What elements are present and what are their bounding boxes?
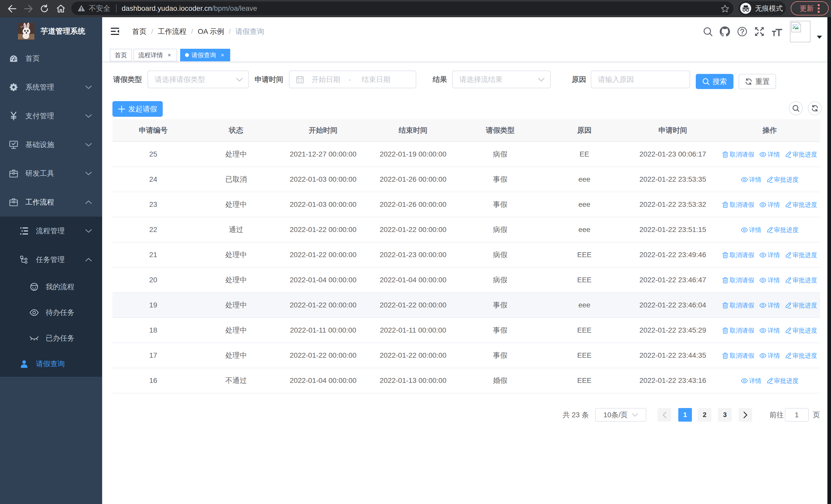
sidebar-item-5[interactable]: 研发工具 bbox=[0, 159, 102, 188]
cell-start: 2022-01-22 00:00:00 bbox=[278, 242, 368, 267]
cell-apply: 2022-01-23 00:06:17 bbox=[627, 142, 719, 167]
window-edge bbox=[827, 17, 831, 504]
progress-link[interactable]: 审批进度 bbox=[785, 251, 817, 259]
detail-link[interactable]: 详情 bbox=[760, 251, 780, 259]
progress-link[interactable]: 审批进度 bbox=[767, 176, 799, 184]
progress-link[interactable]: 审批进度 bbox=[785, 301, 817, 309]
github-icon[interactable] bbox=[719, 17, 730, 46]
sidebar-item-8[interactable]: 任务管理 bbox=[0, 245, 102, 274]
incognito-icon bbox=[740, 3, 751, 14]
logo-row[interactable]: 芋道管理系统 bbox=[0, 17, 102, 46]
cell-actions: 详情审批进度 bbox=[719, 167, 820, 192]
sidebar-item-12[interactable]: 请假查询 bbox=[0, 351, 102, 377]
search-icon[interactable] bbox=[703, 17, 713, 46]
table-row-19: 19处理中2022-01-22 00:00:002022-01-22 00:00… bbox=[112, 293, 820, 318]
prev-page-button[interactable] bbox=[658, 408, 671, 422]
filter-result-select[interactable]: 请选择流结果 bbox=[452, 70, 551, 88]
address-bar[interactable]: 不安全 dashboard.yudao.iocoder.cn/bpm/oa/le… bbox=[71, 2, 734, 15]
detail-link[interactable]: 详情 bbox=[760, 326, 780, 335]
user-menu-caret-icon[interactable] bbox=[816, 35, 822, 40]
progress-link[interactable]: 审批进度 bbox=[785, 326, 817, 335]
cancel-leave-link[interactable]: 取消请假 bbox=[722, 301, 754, 309]
progress-link[interactable]: 审批进度 bbox=[785, 352, 817, 360]
cancel-leave-link[interactable]: 取消请假 bbox=[722, 201, 754, 209]
browser-home-icon[interactable] bbox=[55, 0, 66, 17]
cancel-leave-link[interactable]: 取消请假 bbox=[722, 326, 754, 335]
tab-2[interactable]: 流程详情× bbox=[134, 49, 177, 61]
create-leave-button[interactable]: 发起请假 bbox=[112, 101, 163, 117]
pagination: 共 23 条 10条/页 123 前往 1 页 bbox=[102, 408, 827, 422]
cancel-leave-link[interactable]: 取消请假 bbox=[722, 251, 754, 259]
date-range-separator: - bbox=[348, 76, 351, 84]
progress-link[interactable]: 审批进度 bbox=[767, 226, 799, 234]
sidebar-item-4[interactable]: 基础设施 bbox=[0, 130, 102, 159]
page-size-select[interactable]: 10条/页 bbox=[595, 408, 646, 422]
reset-button[interactable]: 重置 bbox=[739, 74, 776, 89]
detail-link[interactable]: 详情 bbox=[741, 226, 762, 234]
font-size-icon[interactable] bbox=[772, 17, 782, 46]
page-button-1[interactable]: 1 bbox=[678, 408, 692, 422]
tab-close-icon[interactable]: × bbox=[167, 52, 172, 58]
progress-link[interactable]: 审批进度 bbox=[785, 201, 817, 209]
sidebar-item-6[interactable]: 工作流程 bbox=[0, 188, 102, 216]
filter-reason-input[interactable]: 请输入原因 bbox=[591, 70, 690, 88]
detail-link[interactable]: 详情 bbox=[760, 301, 780, 309]
progress-link[interactable]: 审批进度 bbox=[785, 276, 817, 284]
sidebar-item-9[interactable]: 我的流程 bbox=[0, 274, 102, 300]
table-row-25: 25处理中2021-12-27 00:00:002022-01-19 00:00… bbox=[112, 142, 820, 167]
sidebar-item-3[interactable]: 支付管理 bbox=[0, 101, 102, 130]
cell-status: 不通过 bbox=[194, 368, 278, 393]
browser-back-icon[interactable] bbox=[7, 0, 18, 17]
search-button[interactable]: 搜索 bbox=[696, 74, 734, 89]
progress-link[interactable]: 审批进度 bbox=[767, 377, 799, 385]
toggle-search-button[interactable] bbox=[789, 101, 803, 115]
filter-type-placeholder: 请选择请假类型 bbox=[155, 75, 205, 84]
breadcrumb-item-1[interactable]: 首页 bbox=[132, 27, 147, 36]
sidebar-item-11[interactable]: 已办任务 bbox=[0, 325, 102, 351]
detail-link[interactable]: 详情 bbox=[760, 201, 780, 209]
detail-link[interactable]: 详情 bbox=[741, 176, 762, 184]
cell-actions: 取消请假详情审批进度 bbox=[719, 267, 820, 293]
avatar[interactable] bbox=[790, 21, 810, 42]
progress-link-label: 审批进度 bbox=[793, 326, 817, 335]
cancel-leave-link[interactable]: 取消请假 bbox=[722, 150, 754, 158]
progress-link[interactable]: 审批进度 bbox=[785, 150, 817, 158]
filter-date-range[interactable]: 开始日期 - 结束日期 bbox=[289, 70, 416, 88]
cell-type: 病假 bbox=[458, 267, 542, 293]
goto-page-input[interactable]: 1 bbox=[785, 408, 809, 422]
detail-link[interactable]: 详情 bbox=[741, 377, 762, 385]
help-icon[interactable] bbox=[737, 17, 747, 46]
filter-type-select[interactable]: 请选择请假类型 bbox=[148, 70, 249, 88]
cell-status: 已取消 bbox=[194, 167, 278, 192]
breadcrumb-item-3[interactable]: OA 示例 bbox=[198, 27, 224, 36]
filter-type-label: 请假类型 bbox=[103, 70, 142, 88]
cell-actions: 详情审批进度 bbox=[719, 217, 820, 242]
breadcrumb-item-2[interactable]: 工作流程 bbox=[158, 27, 187, 36]
detail-link[interactable]: 详情 bbox=[760, 150, 780, 158]
sidebar-item-1[interactable]: 首页 bbox=[0, 44, 102, 73]
hamburger-icon[interactable] bbox=[111, 28, 119, 35]
page-button-3[interactable]: 3 bbox=[718, 408, 732, 422]
refresh-table-button[interactable] bbox=[808, 101, 822, 115]
tab-3[interactable]: 请假查询× bbox=[180, 49, 230, 61]
cell-type: 病假 bbox=[458, 242, 542, 267]
browser-forward-icon[interactable] bbox=[23, 0, 34, 17]
sidebar-item-10[interactable]: 待办任务 bbox=[0, 300, 102, 325]
fullscreen-icon[interactable] bbox=[754, 17, 765, 46]
next-page-button[interactable] bbox=[739, 408, 752, 422]
sidebar-item-2[interactable]: 系统管理 bbox=[0, 73, 102, 101]
detail-link[interactable]: 详情 bbox=[760, 352, 780, 360]
browser-reload-icon[interactable] bbox=[39, 0, 50, 17]
detail-link[interactable]: 详情 bbox=[760, 276, 780, 284]
tab-close-icon[interactable]: × bbox=[220, 52, 225, 58]
sidebar-item-7[interactable]: 流程管理 bbox=[0, 216, 102, 245]
page-button-2[interactable]: 2 bbox=[698, 408, 711, 422]
cancel-leave-link[interactable]: 取消请假 bbox=[722, 352, 754, 360]
bookmark-star-icon[interactable] bbox=[721, 2, 729, 15]
tags-view-bar: 首页流程详情×请假查询× bbox=[102, 46, 827, 62]
browser-update-button[interactable]: 更新 bbox=[791, 1, 829, 16]
cell-reason: EEE bbox=[542, 318, 627, 343]
tab-1[interactable]: 首页 bbox=[110, 49, 132, 61]
browser-menu-icon[interactable] bbox=[818, 4, 820, 13]
cancel-leave-link[interactable]: 取消请假 bbox=[722, 276, 754, 284]
